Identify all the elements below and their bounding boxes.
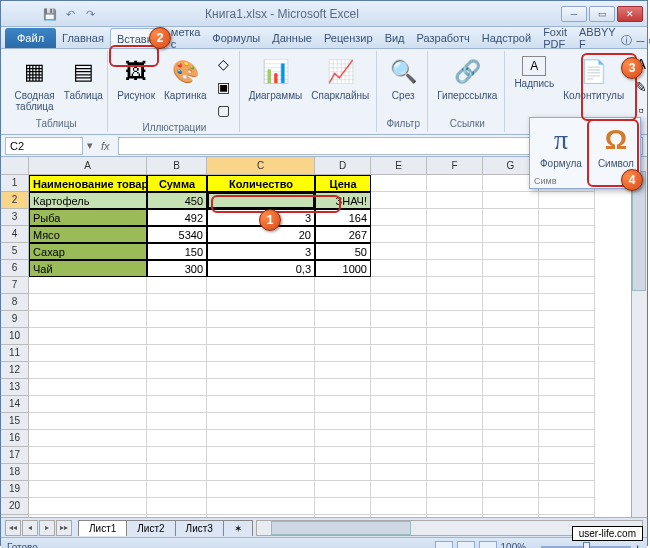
cell-E1[interactable] [371, 175, 427, 192]
tab-developer[interactable]: Разработч [411, 28, 476, 48]
cell-H13[interactable] [539, 379, 595, 396]
header-footer-button[interactable]: 📄Колонтитулы [560, 53, 627, 104]
cell-D1[interactable]: Цена [315, 175, 371, 192]
cell-H16[interactable] [539, 430, 595, 447]
cell-B2[interactable]: 450 [147, 192, 207, 209]
cell-A13[interactable] [29, 379, 147, 396]
cell-C15[interactable] [207, 413, 315, 430]
cell-G13[interactable] [483, 379, 539, 396]
hscroll-thumb[interactable] [271, 521, 411, 535]
row-header-14[interactable]: 14 [1, 396, 29, 413]
tab-review[interactable]: Рецензир [318, 28, 379, 48]
cell-H15[interactable] [539, 413, 595, 430]
row-header-11[interactable]: 11 [1, 345, 29, 362]
cell-H19[interactable] [539, 481, 595, 498]
cell-B6[interactable]: 300 [147, 260, 207, 277]
row-header-12[interactable]: 12 [1, 362, 29, 379]
cell-H4[interactable] [539, 226, 595, 243]
col-header-B[interactable]: B [147, 157, 207, 175]
cell-A14[interactable] [29, 396, 147, 413]
cell-E3[interactable] [371, 209, 427, 226]
cell-A11[interactable] [29, 345, 147, 362]
cell-E7[interactable] [371, 277, 427, 294]
sigline-icon[interactable]: ✎ [630, 76, 650, 98]
sparklines-button[interactable]: 📈Спарклайны [308, 53, 372, 104]
cell-B20[interactable] [147, 498, 207, 515]
sheet-nav-prev[interactable]: ◂ [22, 520, 38, 536]
cell-E6[interactable] [371, 260, 427, 277]
cell-H18[interactable] [539, 464, 595, 481]
cell-D2[interactable]: ЗНАЧ! [315, 192, 371, 209]
row-header-4[interactable]: 4 [1, 226, 29, 243]
cell-D9[interactable] [315, 311, 371, 328]
row-header-19[interactable]: 19 [1, 481, 29, 498]
cell-G21[interactable] [483, 515, 539, 517]
cell-B12[interactable] [147, 362, 207, 379]
row-header-6[interactable]: 6 [1, 260, 29, 277]
fx-icon[interactable]: fx [97, 140, 114, 152]
row-header-10[interactable]: 10 [1, 328, 29, 345]
cell-H12[interactable] [539, 362, 595, 379]
cell-G7[interactable] [483, 277, 539, 294]
cell-A16[interactable] [29, 430, 147, 447]
picture-button[interactable]: 🖼Рисунок [114, 53, 158, 104]
cell-E12[interactable] [371, 362, 427, 379]
cell-G19[interactable] [483, 481, 539, 498]
cell-D12[interactable] [315, 362, 371, 379]
col-header-A[interactable]: A [29, 157, 147, 175]
select-all-corner[interactable] [1, 157, 29, 175]
cell-G12[interactable] [483, 362, 539, 379]
cell-H21[interactable] [539, 515, 595, 517]
cell-B19[interactable] [147, 481, 207, 498]
cell-D21[interactable] [315, 515, 371, 517]
cell-G14[interactable] [483, 396, 539, 413]
cell-F5[interactable] [427, 243, 483, 260]
cell-E4[interactable] [371, 226, 427, 243]
cell-G5[interactable] [483, 243, 539, 260]
sheet-tab-2[interactable]: Лист2 [126, 520, 175, 536]
cell-F13[interactable] [427, 379, 483, 396]
cell-C8[interactable] [207, 294, 315, 311]
col-header-F[interactable]: F [427, 157, 483, 175]
cell-H3[interactable] [539, 209, 595, 226]
cell-B8[interactable] [147, 294, 207, 311]
cell-D20[interactable] [315, 498, 371, 515]
cell-A19[interactable] [29, 481, 147, 498]
cell-H20[interactable] [539, 498, 595, 515]
cell-E16[interactable] [371, 430, 427, 447]
save-icon[interactable]: 💾 [41, 5, 59, 23]
cell-F19[interactable] [427, 481, 483, 498]
cell-A15[interactable] [29, 413, 147, 430]
zoom-thumb[interactable] [583, 542, 590, 549]
cell-F21[interactable] [427, 515, 483, 517]
undo-icon[interactable]: ↶ [61, 5, 79, 23]
col-header-C[interactable]: C [207, 157, 315, 175]
row-header-20[interactable]: 20 [1, 498, 29, 515]
cell-C6[interactable]: 0,3 [207, 260, 315, 277]
screenshot-icon[interactable]: ▢ [213, 99, 235, 121]
row-header-5[interactable]: 5 [1, 243, 29, 260]
name-box[interactable]: C2 [5, 137, 83, 155]
cell-B4[interactable]: 5340 [147, 226, 207, 243]
cell-E21[interactable] [371, 515, 427, 517]
vertical-scrollbar[interactable] [631, 157, 647, 517]
cell-C9[interactable] [207, 311, 315, 328]
redo-icon[interactable]: ↷ [81, 5, 99, 23]
cell-B17[interactable] [147, 447, 207, 464]
cell-G10[interactable] [483, 328, 539, 345]
cell-G8[interactable] [483, 294, 539, 311]
cell-F1[interactable] [427, 175, 483, 192]
sheet-nav-first[interactable]: ◂◂ [5, 520, 21, 536]
row-header-13[interactable]: 13 [1, 379, 29, 396]
cell-F18[interactable] [427, 464, 483, 481]
tab-view[interactable]: Вид [379, 28, 411, 48]
cell-E5[interactable] [371, 243, 427, 260]
cell-C14[interactable] [207, 396, 315, 413]
cell-F4[interactable] [427, 226, 483, 243]
cell-D13[interactable] [315, 379, 371, 396]
cell-C1[interactable]: Количество [207, 175, 315, 192]
cell-D16[interactable] [315, 430, 371, 447]
cell-F8[interactable] [427, 294, 483, 311]
cell-E20[interactable] [371, 498, 427, 515]
view-layout-button[interactable] [457, 541, 475, 549]
